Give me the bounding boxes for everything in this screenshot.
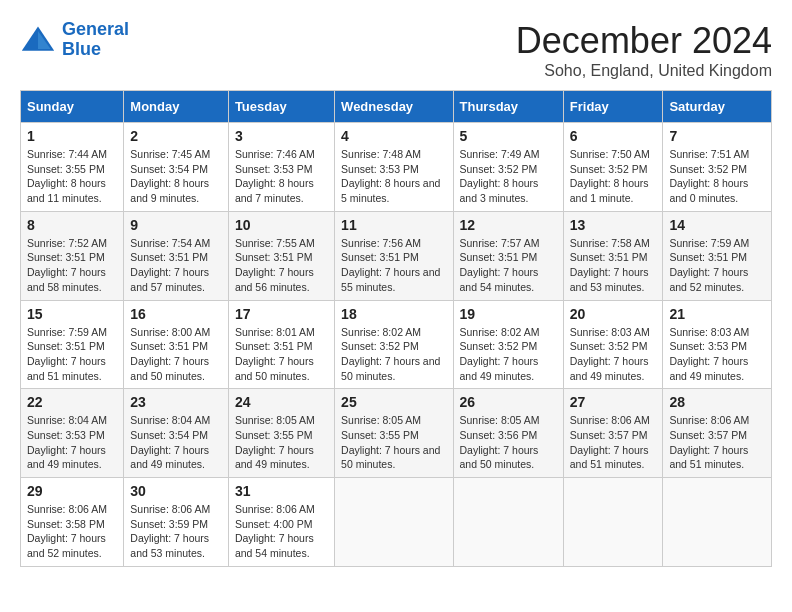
day-info: Sunrise: 8:06 AM Sunset: 3:57 PM Dayligh… bbox=[570, 413, 657, 472]
page-header: General Blue December 2024 Soho, England… bbox=[20, 20, 772, 80]
day-number: 27 bbox=[570, 394, 657, 410]
calendar-cell: 19 Sunrise: 8:02 AM Sunset: 3:52 PM Dayl… bbox=[453, 300, 563, 389]
day-number: 11 bbox=[341, 217, 446, 233]
day-info: Sunrise: 7:48 AM Sunset: 3:53 PM Dayligh… bbox=[341, 147, 446, 206]
svg-marker-1 bbox=[38, 31, 51, 49]
col-thursday: Thursday bbox=[453, 91, 563, 123]
day-number: 30 bbox=[130, 483, 222, 499]
day-number: 15 bbox=[27, 306, 117, 322]
calendar-cell: 15 Sunrise: 7:59 AM Sunset: 3:51 PM Dayl… bbox=[21, 300, 124, 389]
calendar-cell: 25 Sunrise: 8:05 AM Sunset: 3:55 PM Dayl… bbox=[335, 389, 453, 478]
day-info: Sunrise: 8:04 AM Sunset: 3:53 PM Dayligh… bbox=[27, 413, 117, 472]
day-number: 25 bbox=[341, 394, 446, 410]
day-info: Sunrise: 7:45 AM Sunset: 3:54 PM Dayligh… bbox=[130, 147, 222, 206]
logo-icon bbox=[20, 22, 56, 58]
day-number: 14 bbox=[669, 217, 765, 233]
day-number: 28 bbox=[669, 394, 765, 410]
day-number: 12 bbox=[460, 217, 557, 233]
calendar-cell: 21 Sunrise: 8:03 AM Sunset: 3:53 PM Dayl… bbox=[663, 300, 772, 389]
calendar-cell: 12 Sunrise: 7:57 AM Sunset: 3:51 PM Dayl… bbox=[453, 211, 563, 300]
calendar-cell: 14 Sunrise: 7:59 AM Sunset: 3:51 PM Dayl… bbox=[663, 211, 772, 300]
header-row: Sunday Monday Tuesday Wednesday Thursday… bbox=[21, 91, 772, 123]
col-saturday: Saturday bbox=[663, 91, 772, 123]
calendar-cell: 29 Sunrise: 8:06 AM Sunset: 3:58 PM Dayl… bbox=[21, 478, 124, 567]
col-friday: Friday bbox=[563, 91, 663, 123]
day-number: 5 bbox=[460, 128, 557, 144]
day-info: Sunrise: 8:06 AM Sunset: 3:58 PM Dayligh… bbox=[27, 502, 117, 561]
day-number: 17 bbox=[235, 306, 328, 322]
calendar-cell: 10 Sunrise: 7:55 AM Sunset: 3:51 PM Dayl… bbox=[228, 211, 334, 300]
day-info: Sunrise: 7:55 AM Sunset: 3:51 PM Dayligh… bbox=[235, 236, 328, 295]
calendar-week-4: 22 Sunrise: 8:04 AM Sunset: 3:53 PM Dayl… bbox=[21, 389, 772, 478]
calendar-cell: 11 Sunrise: 7:56 AM Sunset: 3:51 PM Dayl… bbox=[335, 211, 453, 300]
day-number: 31 bbox=[235, 483, 328, 499]
calendar-cell: 17 Sunrise: 8:01 AM Sunset: 3:51 PM Dayl… bbox=[228, 300, 334, 389]
day-info: Sunrise: 8:04 AM Sunset: 3:54 PM Dayligh… bbox=[130, 413, 222, 472]
day-info: Sunrise: 7:57 AM Sunset: 3:51 PM Dayligh… bbox=[460, 236, 557, 295]
day-number: 13 bbox=[570, 217, 657, 233]
day-number: 16 bbox=[130, 306, 222, 322]
subtitle: Soho, England, United Kingdom bbox=[516, 62, 772, 80]
title-block: December 2024 Soho, England, United King… bbox=[516, 20, 772, 80]
calendar-cell: 31 Sunrise: 8:06 AM Sunset: 4:00 PM Dayl… bbox=[228, 478, 334, 567]
calendar-week-1: 1 Sunrise: 7:44 AM Sunset: 3:55 PM Dayli… bbox=[21, 123, 772, 212]
day-number: 18 bbox=[341, 306, 446, 322]
day-info: Sunrise: 7:59 AM Sunset: 3:51 PM Dayligh… bbox=[27, 325, 117, 384]
calendar-cell: 23 Sunrise: 8:04 AM Sunset: 3:54 PM Dayl… bbox=[124, 389, 229, 478]
calendar-table: Sunday Monday Tuesday Wednesday Thursday… bbox=[20, 90, 772, 567]
logo: General Blue bbox=[20, 20, 129, 60]
main-title: December 2024 bbox=[516, 20, 772, 62]
calendar-cell bbox=[663, 478, 772, 567]
calendar-cell: 20 Sunrise: 8:03 AM Sunset: 3:52 PM Dayl… bbox=[563, 300, 663, 389]
day-info: Sunrise: 7:52 AM Sunset: 3:51 PM Dayligh… bbox=[27, 236, 117, 295]
day-number: 8 bbox=[27, 217, 117, 233]
day-info: Sunrise: 8:05 AM Sunset: 3:56 PM Dayligh… bbox=[460, 413, 557, 472]
day-number: 20 bbox=[570, 306, 657, 322]
day-number: 3 bbox=[235, 128, 328, 144]
day-info: Sunrise: 7:56 AM Sunset: 3:51 PM Dayligh… bbox=[341, 236, 446, 295]
calendar-cell: 27 Sunrise: 8:06 AM Sunset: 3:57 PM Dayl… bbox=[563, 389, 663, 478]
day-number: 29 bbox=[27, 483, 117, 499]
day-number: 9 bbox=[130, 217, 222, 233]
calendar-cell: 4 Sunrise: 7:48 AM Sunset: 3:53 PM Dayli… bbox=[335, 123, 453, 212]
day-info: Sunrise: 7:49 AM Sunset: 3:52 PM Dayligh… bbox=[460, 147, 557, 206]
calendar-week-5: 29 Sunrise: 8:06 AM Sunset: 3:58 PM Dayl… bbox=[21, 478, 772, 567]
calendar-cell: 30 Sunrise: 8:06 AM Sunset: 3:59 PM Dayl… bbox=[124, 478, 229, 567]
calendar-cell: 7 Sunrise: 7:51 AM Sunset: 3:52 PM Dayli… bbox=[663, 123, 772, 212]
day-number: 19 bbox=[460, 306, 557, 322]
calendar-cell: 2 Sunrise: 7:45 AM Sunset: 3:54 PM Dayli… bbox=[124, 123, 229, 212]
day-info: Sunrise: 8:06 AM Sunset: 3:57 PM Dayligh… bbox=[669, 413, 765, 472]
col-monday: Monday bbox=[124, 91, 229, 123]
calendar-week-2: 8 Sunrise: 7:52 AM Sunset: 3:51 PM Dayli… bbox=[21, 211, 772, 300]
calendar-cell bbox=[453, 478, 563, 567]
day-number: 26 bbox=[460, 394, 557, 410]
calendar-cell: 16 Sunrise: 8:00 AM Sunset: 3:51 PM Dayl… bbox=[124, 300, 229, 389]
col-wednesday: Wednesday bbox=[335, 91, 453, 123]
calendar-cell: 18 Sunrise: 8:02 AM Sunset: 3:52 PM Dayl… bbox=[335, 300, 453, 389]
day-number: 22 bbox=[27, 394, 117, 410]
day-number: 23 bbox=[130, 394, 222, 410]
calendar-cell: 1 Sunrise: 7:44 AM Sunset: 3:55 PM Dayli… bbox=[21, 123, 124, 212]
calendar-cell bbox=[563, 478, 663, 567]
day-info: Sunrise: 7:46 AM Sunset: 3:53 PM Dayligh… bbox=[235, 147, 328, 206]
day-number: 4 bbox=[341, 128, 446, 144]
day-info: Sunrise: 8:02 AM Sunset: 3:52 PM Dayligh… bbox=[341, 325, 446, 384]
calendar-cell: 24 Sunrise: 8:05 AM Sunset: 3:55 PM Dayl… bbox=[228, 389, 334, 478]
calendar-cell: 5 Sunrise: 7:49 AM Sunset: 3:52 PM Dayli… bbox=[453, 123, 563, 212]
day-info: Sunrise: 8:05 AM Sunset: 3:55 PM Dayligh… bbox=[235, 413, 328, 472]
day-info: Sunrise: 8:06 AM Sunset: 4:00 PM Dayligh… bbox=[235, 502, 328, 561]
calendar-cell: 9 Sunrise: 7:54 AM Sunset: 3:51 PM Dayli… bbox=[124, 211, 229, 300]
day-info: Sunrise: 8:06 AM Sunset: 3:59 PM Dayligh… bbox=[130, 502, 222, 561]
col-sunday: Sunday bbox=[21, 91, 124, 123]
calendar-cell: 6 Sunrise: 7:50 AM Sunset: 3:52 PM Dayli… bbox=[563, 123, 663, 212]
logo-text: General Blue bbox=[62, 20, 129, 60]
day-number: 1 bbox=[27, 128, 117, 144]
day-number: 10 bbox=[235, 217, 328, 233]
day-info: Sunrise: 7:51 AM Sunset: 3:52 PM Dayligh… bbox=[669, 147, 765, 206]
day-info: Sunrise: 7:44 AM Sunset: 3:55 PM Dayligh… bbox=[27, 147, 117, 206]
day-info: Sunrise: 7:54 AM Sunset: 3:51 PM Dayligh… bbox=[130, 236, 222, 295]
calendar-week-3: 15 Sunrise: 7:59 AM Sunset: 3:51 PM Dayl… bbox=[21, 300, 772, 389]
calendar-cell: 3 Sunrise: 7:46 AM Sunset: 3:53 PM Dayli… bbox=[228, 123, 334, 212]
day-number: 7 bbox=[669, 128, 765, 144]
calendar-cell: 28 Sunrise: 8:06 AM Sunset: 3:57 PM Dayl… bbox=[663, 389, 772, 478]
